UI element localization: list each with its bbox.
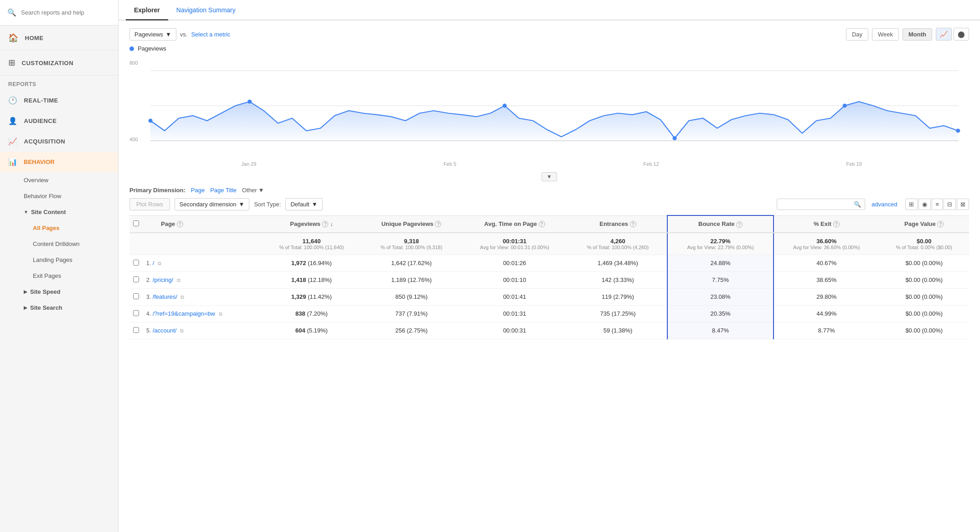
- pct-exit-help-icon[interactable]: ?: [833, 221, 840, 227]
- row3-entrances: 119 (2.79%): [569, 288, 667, 305]
- sidebar-item-acquisition[interactable]: 📈 ACQUISITION: [0, 131, 118, 152]
- copy-icon-2[interactable]: ⧉: [177, 277, 181, 283]
- advanced-link[interactable]: advanced: [872, 201, 897, 208]
- page-help-icon[interactable]: ?: [177, 221, 183, 227]
- page-link-2[interactable]: /pricing/: [153, 276, 174, 283]
- row2-check[interactable]: [129, 271, 143, 288]
- bounce-help-icon[interactable]: ?: [736, 221, 743, 228]
- chart-container: 800 400: [129, 56, 969, 156]
- sort-arrow-icon: ▼: [312, 201, 318, 208]
- row1-page: 1. / ⧉: [143, 255, 261, 271]
- row3-avg-time: 00:01:41: [460, 288, 569, 305]
- audience-icon: 👤: [8, 117, 18, 125]
- content-area: Pageviews ▼ vs. Select a metric Day Week…: [119, 20, 980, 532]
- line-chart-btn[interactable]: 📈: [936, 28, 952, 41]
- row2-pct-exit: 38.65%: [774, 271, 879, 288]
- sidebar-item-landing-pages[interactable]: Landing Pages: [0, 252, 118, 268]
- table-row: 4. /?ref=19&campaign=bw ⧉ 838 (7.20%) 73…: [129, 305, 969, 322]
- pageviews-help-icon[interactable]: ?: [322, 221, 328, 227]
- select-all-checkbox[interactable]: [133, 220, 139, 226]
- copy-icon-1[interactable]: ⧉: [158, 261, 161, 266]
- sidebar-item-customization[interactable]: ⊞ CUSTOMIZATION: [0, 51, 118, 76]
- sidebar-item-audience[interactable]: 👤 AUDIENCE: [0, 111, 118, 131]
- sidebar-item-site-speed[interactable]: ▶ Site Speed: [0, 284, 118, 300]
- row4-page-value: $0.00 (0.00%): [879, 305, 969, 322]
- table-search-icon[interactable]: 🔍: [854, 201, 861, 208]
- row3-bounce-rate: 23.08%: [667, 288, 774, 305]
- sidebar-item-site-content[interactable]: ▼ Site Content: [0, 204, 118, 220]
- copy-icon-5[interactable]: ⧉: [180, 328, 184, 333]
- table-row: 5. /account/ ⧉ 604 (5.19%) 256 (2.75%) 0…: [129, 322, 969, 339]
- total-entrances: 4,260 % of Total: 100.00% (4,260): [569, 233, 667, 255]
- table-search-input[interactable]: [781, 201, 854, 208]
- row1-bounce-rate: 24.88%: [667, 255, 774, 271]
- row1-check[interactable]: [129, 255, 143, 271]
- sidebar-item-behavior[interactable]: 📊 BEHAVIOR: [0, 152, 118, 172]
- view-btn-filter[interactable]: ⊟: [944, 199, 956, 210]
- secondary-dim-label: Secondary dimension: [180, 201, 237, 208]
- copy-icon-4[interactable]: ⧉: [219, 311, 222, 317]
- sort-type-dropdown[interactable]: Default ▼: [285, 198, 322, 210]
- row4-check[interactable]: [129, 305, 143, 322]
- time-btn-day[interactable]: Day: [846, 28, 868, 41]
- row5-check[interactable]: [129, 322, 143, 339]
- unique-pv-help-icon[interactable]: ?: [435, 221, 441, 227]
- row4-page: 4. /?ref=19&campaign=bw ⧉: [143, 305, 261, 322]
- row4-pct-exit: 44.99%: [774, 305, 879, 322]
- y-axis-400: 400: [129, 137, 138, 142]
- view-btn-circle[interactable]: ◉: [918, 199, 931, 210]
- table-search-box[interactable]: 🔍: [777, 199, 865, 210]
- page-link-3[interactable]: /features/: [153, 293, 177, 300]
- sidebar-item-realtime[interactable]: 🕐 REAL-TIME: [0, 90, 118, 111]
- search-bar[interactable]: 🔍: [0, 0, 118, 26]
- dim-page-title-link[interactable]: Page Title: [210, 187, 237, 194]
- select-metric-link[interactable]: Select a metric: [191, 31, 230, 38]
- time-btn-week[interactable]: Week: [872, 28, 899, 41]
- th-pageviews: Pageviews ? ↓: [261, 215, 362, 233]
- total-avg-time: 00:01:31 Avg for View: 00:01:31 (0.00%): [460, 233, 569, 255]
- tab-navigation-summary[interactable]: Navigation Summary: [168, 0, 244, 20]
- plot-rows-btn: Plot Rows: [129, 198, 170, 210]
- row5-page-value: $0.00 (0.00%): [879, 322, 969, 339]
- sidebar-item-behavior-flow[interactable]: Behavior Flow: [0, 188, 118, 204]
- sidebar-item-overview[interactable]: Overview: [0, 172, 118, 188]
- main-content: Explorer Navigation Summary Pageviews ▼ …: [119, 0, 980, 532]
- page-value-help-icon[interactable]: ?: [937, 221, 944, 227]
- search-input[interactable]: [21, 9, 111, 16]
- y-axis-800: 800: [129, 60, 138, 66]
- sidebar-item-site-search[interactable]: ▶ Site Search: [0, 300, 118, 316]
- sort-type-label: Sort Type:: [254, 201, 281, 208]
- view-btn-list[interactable]: ≡: [932, 199, 943, 210]
- dim-other-dropdown[interactable]: Other ▼: [242, 187, 264, 194]
- dim-page-link[interactable]: Page: [191, 187, 205, 194]
- arrow-right-icon: ▶: [24, 289, 27, 294]
- avg-time-help-icon[interactable]: ?: [539, 221, 545, 227]
- page-link-5[interactable]: /account/: [153, 327, 177, 334]
- row3-check[interactable]: [129, 288, 143, 305]
- scroll-indicator[interactable]: ▼: [129, 172, 969, 181]
- secondary-dim-dropdown[interactable]: Secondary dimension ▼: [175, 198, 250, 210]
- sidebar-item-all-pages[interactable]: All Pages: [0, 220, 118, 236]
- view-btn-grid[interactable]: ⊞: [905, 199, 918, 210]
- chart-dot: [673, 136, 677, 140]
- metric-label: Pageviews: [134, 31, 163, 38]
- arrow-down-icon: ▼: [24, 210, 28, 215]
- row2-entrances: 142 (3.33%): [569, 271, 667, 288]
- time-btn-month[interactable]: Month: [903, 28, 932, 41]
- metric-dropdown[interactable]: Pageviews ▼: [129, 28, 176, 41]
- view-btn-pivot[interactable]: ⊠: [957, 199, 969, 210]
- sidebar-item-exit-pages[interactable]: Exit Pages: [0, 268, 118, 284]
- copy-icon-3[interactable]: ⧉: [181, 294, 184, 300]
- total-pageviews: 11,640 % of Total: 100.00% (11,640): [261, 233, 362, 255]
- reports-section-label: Reports: [0, 76, 118, 90]
- scatter-chart-btn[interactable]: ⬤: [954, 28, 969, 41]
- page-link-4[interactable]: /?ref=19&campaign=bw: [153, 310, 215, 317]
- entrances-help-icon[interactable]: ?: [630, 221, 636, 227]
- tab-explorer[interactable]: Explorer: [126, 0, 168, 20]
- sort-down-icon: ↓: [330, 220, 333, 227]
- sidebar-item-content-drilldown[interactable]: Content Drilldown: [0, 236, 118, 252]
- sidebar-item-home[interactable]: 🏠 HOME: [0, 26, 118, 51]
- page-link-1[interactable]: /: [153, 260, 155, 266]
- total-pct-exit: 36.60% Avg for View: 36.60% (0.00%): [774, 233, 879, 255]
- scroll-btn[interactable]: ▼: [542, 172, 557, 181]
